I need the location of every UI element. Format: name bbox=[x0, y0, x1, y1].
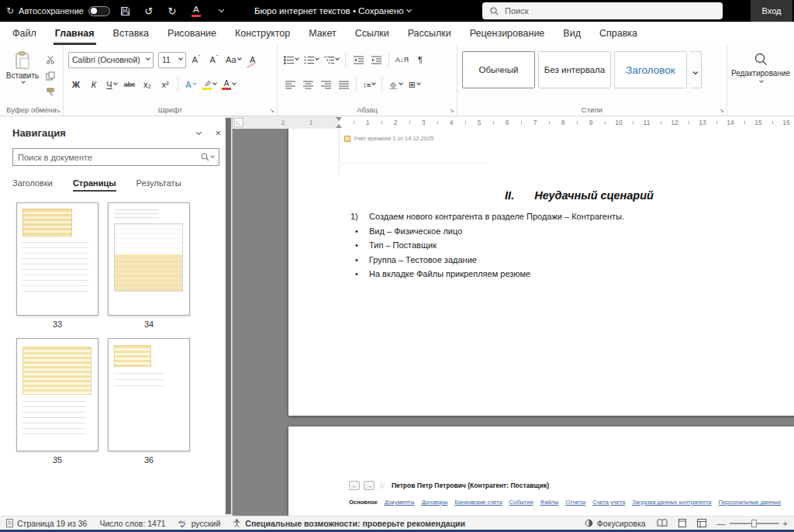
paste-button[interactable]: Вставить bbox=[5, 50, 40, 103]
tab-Справка[interactable]: Справка bbox=[590, 22, 647, 45]
navpane-scrollbar-thumb[interactable] bbox=[226, 118, 231, 514]
clipboard-dialog-launcher-icon[interactable]: ↘ bbox=[55, 107, 60, 114]
bullets-button[interactable] bbox=[282, 52, 300, 68]
paragraph-dialog-launcher-icon[interactable]: ↘ bbox=[449, 107, 454, 114]
style-Заголовок[interactable]: Заголовок bbox=[614, 51, 687, 88]
tab-Рисование[interactable]: Рисование bbox=[158, 22, 226, 45]
word-count[interactable]: Число слов: 1471 bbox=[99, 519, 165, 528]
font-name-combo[interactable]: Calibri (Основной) bbox=[68, 52, 154, 68]
format-painter-button[interactable] bbox=[43, 85, 57, 98]
clear-formatting-button[interactable]: А bbox=[245, 52, 261, 68]
print-layout-button[interactable] bbox=[678, 519, 686, 527]
underline-button[interactable]: Ч bbox=[104, 77, 119, 93]
align-right-button[interactable] bbox=[318, 77, 333, 93]
italic-button[interactable]: К bbox=[86, 77, 102, 93]
undo-icon[interactable]: ↺ bbox=[141, 2, 157, 19]
styles-gallery-more-icon[interactable]: ⌄ bbox=[690, 51, 702, 88]
tab-Вставка[interactable]: Вставка bbox=[104, 22, 158, 45]
strikethrough-button[interactable]: abc bbox=[122, 77, 137, 93]
text-effects-button[interactable]: А bbox=[183, 77, 198, 93]
document-page-19[interactable]: Учет времени 1 от 14.12.2025 II.Неудачны… bbox=[288, 129, 794, 416]
copy-button[interactable] bbox=[43, 69, 57, 82]
read-mode-button[interactable] bbox=[657, 519, 668, 527]
tab-Файл[interactable]: Файл bbox=[3, 22, 46, 45]
font-color-quick-icon[interactable]: А bbox=[188, 2, 205, 19]
navpane-tab-Страницы[interactable]: Страницы bbox=[73, 178, 116, 192]
document-search-placeholder: Поиск в документе bbox=[18, 153, 201, 162]
cut-button[interactable] bbox=[43, 53, 57, 66]
subscript-button[interactable]: x₂ bbox=[140, 77, 155, 93]
page-indicator[interactable]: Страница 19 из 36 bbox=[6, 519, 87, 528]
tab-Рецензирование[interactable]: Рецензирование bbox=[461, 22, 554, 45]
shrink-font-button[interactable]: Аˇ bbox=[206, 52, 222, 68]
customize-qat-icon[interactable] bbox=[212, 2, 228, 19]
language-indicator[interactable]: abc русский bbox=[178, 519, 221, 528]
autosave-control[interactable]: ↻ Автосохранение bbox=[6, 5, 110, 16]
document-page-20[interactable]: ← → ☆ Петров Петр Петрович (Контрагент: … bbox=[288, 427, 794, 516]
focus-mode-button[interactable]: Фокусировка bbox=[585, 519, 646, 528]
document-search-input[interactable]: Поиск в документе bbox=[12, 148, 219, 166]
tab-Рассылки[interactable]: Рассылки bbox=[399, 22, 461, 45]
font-size-combo[interactable]: 11 bbox=[158, 52, 186, 68]
save-icon[interactable] bbox=[118, 2, 133, 19]
navpane-scrollbar[interactable] bbox=[225, 116, 232, 516]
editing-group[interactable]: Редактирование bbox=[727, 45, 794, 116]
numbering-button[interactable] bbox=[302, 52, 320, 68]
tab-Конструктор[interactable]: Конструктор bbox=[226, 22, 299, 45]
decrease-indent-button[interactable] bbox=[350, 52, 366, 68]
navpane-tab-Результаты[interactable]: Результаты bbox=[136, 178, 181, 192]
highlight-button[interactable] bbox=[201, 77, 218, 93]
change-case-button[interactable]: Аа bbox=[224, 52, 243, 68]
thumbnail-page-35[interactable] bbox=[16, 338, 98, 451]
align-center-button[interactable] bbox=[300, 77, 316, 93]
zoom-slider[interactable] bbox=[730, 523, 779, 524]
zoom-control: — + bbox=[717, 519, 788, 528]
hanging-indent-marker[interactable] bbox=[336, 124, 342, 128]
thumbnail-page-34[interactable] bbox=[108, 202, 190, 316]
borders-button[interactable]: ⊞ bbox=[406, 77, 422, 93]
search-box[interactable]: Поиск bbox=[482, 2, 723, 19]
superscript-button[interactable]: x² bbox=[157, 77, 173, 93]
tab-Главная[interactable]: Главная bbox=[46, 22, 104, 45]
zoom-out-button[interactable]: — bbox=[717, 519, 726, 528]
style-Обычный[interactable]: Обычный bbox=[462, 51, 535, 88]
line-spacing-button[interactable]: ↕≡ bbox=[361, 77, 377, 93]
grow-font-button[interactable]: Аˆ bbox=[188, 52, 204, 68]
page-indicator-text: Страница 19 из 36 bbox=[17, 519, 87, 528]
navpane-collapse-icon[interactable] bbox=[194, 127, 201, 139]
zoom-in-button[interactable]: + bbox=[783, 519, 788, 528]
ruler: ∟ 21 12345678910111213141516 bbox=[233, 116, 794, 129]
style-Без интервала[interactable]: Без интервала bbox=[538, 51, 611, 88]
thumbnail-page-36[interactable] bbox=[108, 338, 190, 451]
justify-button[interactable] bbox=[336, 77, 351, 93]
title-bar: ↻ Автосохранение ↺ ↻ А Бюро интернет тек… bbox=[0, 0, 794, 22]
navpane-close-icon[interactable]: × bbox=[215, 127, 221, 139]
redo-icon[interactable]: ↻ bbox=[164, 2, 180, 19]
web-layout-button[interactable] bbox=[697, 519, 706, 527]
ruler-number-16: 16 bbox=[781, 119, 791, 126]
shading-button[interactable] bbox=[387, 77, 404, 93]
navpane-search-chevron-icon[interactable] bbox=[210, 154, 215, 158]
sort-button[interactable]: А↓Я bbox=[394, 52, 410, 68]
styles-dialog-launcher-icon[interactable]: ↘ bbox=[719, 107, 724, 114]
multilevel-list-button[interactable] bbox=[323, 52, 340, 68]
zoom-slider-thumb[interactable] bbox=[751, 520, 757, 527]
show-marks-button[interactable]: ¶ bbox=[413, 52, 428, 68]
accessibility-check[interactable]: Специальные возможности: проверьте реком… bbox=[233, 519, 465, 528]
signin-button[interactable]: Вход bbox=[751, 0, 792, 22]
font-color-button[interactable]: А bbox=[220, 77, 237, 93]
align-left-button[interactable] bbox=[282, 77, 298, 93]
thumbnail-page-33[interactable] bbox=[16, 202, 98, 316]
tab-Макет[interactable]: Макет bbox=[299, 22, 345, 45]
tab-Ссылки[interactable]: Ссылки bbox=[346, 22, 399, 45]
bold-button[interactable]: Ж bbox=[68, 77, 84, 93]
bullet-glyph: • bbox=[355, 224, 363, 239]
first-line-indent-marker[interactable] bbox=[336, 117, 342, 121]
font-dialog-launcher-icon[interactable]: ↘ bbox=[269, 107, 274, 114]
tab-Вид[interactable]: Вид bbox=[554, 22, 590, 45]
increase-indent-button[interactable] bbox=[368, 52, 384, 68]
autosave-toggle[interactable] bbox=[88, 6, 110, 16]
record-tab-События: События bbox=[509, 499, 533, 506]
document-title[interactable]: Бюро интернет текстов • Сохранено bbox=[254, 6, 411, 16]
navpane-tab-Заголовки[interactable]: Заголовки bbox=[12, 178, 53, 192]
